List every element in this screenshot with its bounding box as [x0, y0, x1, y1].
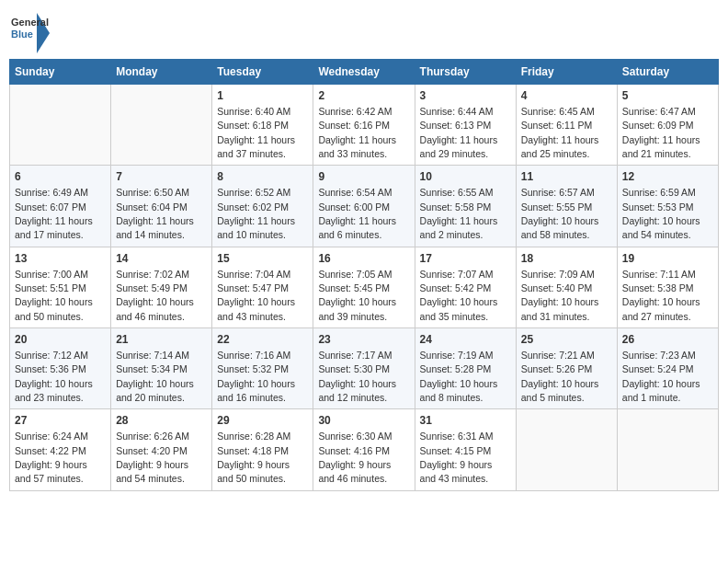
day-header-friday: Friday	[516, 60, 617, 85]
day-header-monday: Monday	[111, 60, 212, 85]
calendar-cell: 5Sunrise: 6:47 AMSunset: 6:09 PMDaylight…	[617, 85, 718, 166]
calendar-cell: 8Sunrise: 6:52 AMSunset: 6:02 PMDaylight…	[212, 166, 313, 247]
calendar-cell: 7Sunrise: 6:50 AMSunset: 6:04 PMDaylight…	[111, 166, 212, 247]
calendar-cell	[111, 85, 212, 166]
day-info: Sunrise: 6:47 AMSunset: 6:09 PMDaylight:…	[622, 106, 700, 159]
day-info: Sunrise: 7:17 AMSunset: 5:30 PMDaylight:…	[318, 350, 396, 403]
day-info: Sunrise: 7:09 AMSunset: 5:40 PMDaylight:…	[521, 269, 599, 322]
day-info: Sunrise: 7:00 AMSunset: 5:51 PMDaylight:…	[15, 269, 93, 322]
calendar-cell: 27Sunrise: 6:24 AMSunset: 4:22 PMDayligh…	[10, 409, 111, 490]
day-info: Sunrise: 6:55 AMSunset: 5:58 PMDaylight:…	[420, 187, 498, 240]
day-number: 3	[420, 88, 511, 104]
calendar-cell: 9Sunrise: 6:54 AMSunset: 6:00 PMDaylight…	[313, 166, 415, 247]
day-number: 27	[15, 413, 106, 429]
day-info: Sunrise: 6:59 AMSunset: 5:53 PMDaylight:…	[622, 187, 700, 240]
day-header-sunday: Sunday	[10, 60, 111, 85]
logo: General Blue	[9, 13, 50, 53]
calendar-cell: 3Sunrise: 6:44 AMSunset: 6:13 PMDaylight…	[415, 85, 516, 166]
day-number: 28	[116, 413, 207, 429]
day-number: 16	[318, 251, 409, 267]
calendar-cell: 10Sunrise: 6:55 AMSunset: 5:58 PMDayligh…	[415, 166, 516, 247]
calendar-cell: 6Sunrise: 6:49 AMSunset: 6:07 PMDaylight…	[10, 166, 111, 247]
day-number: 17	[420, 251, 511, 267]
calendar-cell: 11Sunrise: 6:57 AMSunset: 5:55 PMDayligh…	[516, 166, 617, 247]
day-info: Sunrise: 7:11 AMSunset: 5:38 PMDaylight:…	[622, 269, 700, 322]
day-number: 11	[521, 169, 612, 185]
day-number: 22	[217, 332, 308, 348]
day-info: Sunrise: 6:28 AMSunset: 4:18 PMDaylight:…	[217, 431, 290, 484]
day-number: 4	[521, 88, 612, 104]
day-info: Sunrise: 6:31 AMSunset: 4:15 PMDaylight:…	[420, 431, 494, 484]
day-info: Sunrise: 6:24 AMSunset: 4:22 PMDaylight:…	[15, 431, 88, 484]
calendar-cell: 21Sunrise: 7:14 AMSunset: 5:34 PMDayligh…	[111, 328, 212, 409]
calendar-cell: 15Sunrise: 7:04 AMSunset: 5:47 PMDayligh…	[212, 247, 313, 327]
day-number: 21	[116, 332, 207, 348]
day-info: Sunrise: 6:49 AMSunset: 6:07 PMDaylight:…	[15, 187, 93, 240]
day-number: 29	[217, 413, 308, 429]
day-number: 2	[318, 88, 409, 104]
day-number: 26	[622, 332, 713, 348]
calendar-cell: 25Sunrise: 7:21 AMSunset: 5:26 PMDayligh…	[516, 328, 617, 409]
day-header-saturday: Saturday	[617, 60, 718, 85]
day-number: 8	[217, 169, 308, 185]
day-header-tuesday: Tuesday	[212, 60, 313, 85]
calendar-cell	[10, 85, 111, 166]
day-number: 19	[622, 251, 713, 267]
calendar-cell: 28Sunrise: 6:26 AMSunset: 4:20 PMDayligh…	[111, 409, 212, 490]
calendar-cell: 18Sunrise: 7:09 AMSunset: 5:40 PMDayligh…	[516, 247, 617, 327]
day-number: 7	[116, 169, 207, 185]
day-info: Sunrise: 6:42 AMSunset: 6:16 PMDaylight:…	[318, 106, 396, 159]
day-info: Sunrise: 6:26 AMSunset: 4:20 PMDaylight:…	[116, 431, 189, 484]
calendar-cell: 22Sunrise: 7:16 AMSunset: 5:32 PMDayligh…	[212, 328, 313, 409]
day-number: 13	[15, 251, 106, 267]
day-info: Sunrise: 7:23 AMSunset: 5:24 PMDaylight:…	[622, 350, 700, 403]
day-number: 31	[420, 413, 511, 429]
day-info: Sunrise: 6:40 AMSunset: 6:18 PMDaylight:…	[217, 106, 295, 159]
calendar-cell: 17Sunrise: 7:07 AMSunset: 5:42 PMDayligh…	[415, 247, 516, 327]
calendar-cell: 4Sunrise: 6:45 AMSunset: 6:11 PMDaylight…	[516, 85, 617, 166]
day-number: 24	[420, 332, 511, 348]
day-info: Sunrise: 6:45 AMSunset: 6:11 PMDaylight:…	[521, 106, 599, 159]
calendar: SundayMondayTuesdayWednesdayThursdayFrid…	[9, 59, 719, 491]
day-number: 18	[521, 251, 612, 267]
day-info: Sunrise: 6:44 AMSunset: 6:13 PMDaylight:…	[420, 106, 498, 159]
calendar-cell: 19Sunrise: 7:11 AMSunset: 5:38 PMDayligh…	[617, 247, 718, 327]
day-number: 5	[622, 88, 713, 104]
day-number: 12	[622, 169, 713, 185]
day-number: 15	[217, 251, 308, 267]
calendar-cell: 13Sunrise: 7:00 AMSunset: 5:51 PMDayligh…	[10, 247, 111, 327]
day-number: 20	[15, 332, 106, 348]
day-info: Sunrise: 6:57 AMSunset: 5:55 PMDaylight:…	[521, 187, 599, 240]
calendar-cell: 16Sunrise: 7:05 AMSunset: 5:45 PMDayligh…	[313, 247, 415, 327]
day-info: Sunrise: 7:19 AMSunset: 5:28 PMDaylight:…	[420, 350, 498, 403]
calendar-cell	[617, 409, 718, 490]
day-info: Sunrise: 7:16 AMSunset: 5:32 PMDaylight:…	[217, 350, 295, 403]
day-info: Sunrise: 7:07 AMSunset: 5:42 PMDaylight:…	[420, 269, 498, 322]
day-info: Sunrise: 7:05 AMSunset: 5:45 PMDaylight:…	[318, 269, 396, 322]
day-number: 25	[521, 332, 612, 348]
calendar-cell: 14Sunrise: 7:02 AMSunset: 5:49 PMDayligh…	[111, 247, 212, 327]
calendar-cell	[516, 409, 617, 490]
calendar-cell: 12Sunrise: 6:59 AMSunset: 5:53 PMDayligh…	[617, 166, 718, 247]
day-header-thursday: Thursday	[415, 60, 516, 85]
day-info: Sunrise: 7:14 AMSunset: 5:34 PMDaylight:…	[116, 350, 194, 403]
day-number: 30	[318, 413, 409, 429]
calendar-cell: 29Sunrise: 6:28 AMSunset: 4:18 PMDayligh…	[212, 409, 313, 490]
calendar-cell: 20Sunrise: 7:12 AMSunset: 5:36 PMDayligh…	[10, 328, 111, 409]
day-header-wednesday: Wednesday	[313, 60, 415, 85]
calendar-cell: 31Sunrise: 6:31 AMSunset: 4:15 PMDayligh…	[415, 409, 516, 490]
day-number: 14	[116, 251, 207, 267]
day-number: 6	[15, 169, 106, 185]
day-number: 23	[318, 332, 409, 348]
calendar-cell: 30Sunrise: 6:30 AMSunset: 4:16 PMDayligh…	[313, 409, 415, 490]
day-info: Sunrise: 6:30 AMSunset: 4:16 PMDaylight:…	[318, 431, 392, 484]
calendar-cell: 26Sunrise: 7:23 AMSunset: 5:24 PMDayligh…	[617, 328, 718, 409]
day-info: Sunrise: 7:04 AMSunset: 5:47 PMDaylight:…	[217, 269, 295, 322]
day-number: 1	[217, 88, 308, 104]
calendar-cell: 2Sunrise: 6:42 AMSunset: 6:16 PMDaylight…	[313, 85, 415, 166]
day-info: Sunrise: 7:02 AMSunset: 5:49 PMDaylight:…	[116, 269, 194, 322]
day-info: Sunrise: 6:54 AMSunset: 6:00 PMDaylight:…	[318, 187, 396, 240]
day-info: Sunrise: 7:12 AMSunset: 5:36 PMDaylight:…	[15, 350, 93, 403]
day-number: 10	[420, 169, 511, 185]
day-info: Sunrise: 6:50 AMSunset: 6:04 PMDaylight:…	[116, 187, 194, 240]
